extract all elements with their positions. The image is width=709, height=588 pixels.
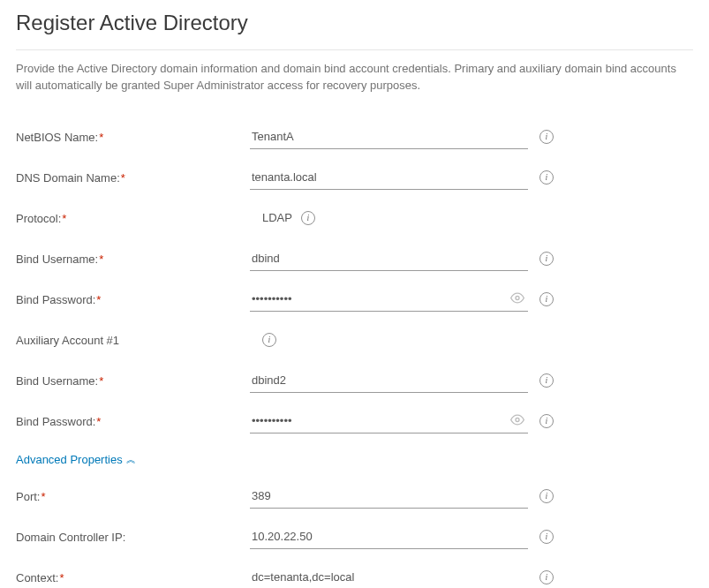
required-asterisk: * <box>121 171 125 185</box>
info-wrap: i <box>528 530 554 544</box>
domain-controller-ip-input[interactable] <box>250 524 528 549</box>
input-wrap <box>250 524 528 549</box>
info-icon[interactable]: i <box>539 292 554 306</box>
port-input[interactable] <box>250 484 528 509</box>
eye-icon[interactable] <box>510 412 524 429</box>
required-asterisk: * <box>99 374 103 388</box>
label-dns-domain-name-text: DNS Domain Name: <box>16 171 120 185</box>
bind-password-2-input[interactable] <box>250 409 528 433</box>
required-asterisk: * <box>99 131 103 144</box>
label-auxiliary-account-1-text: Auxiliary Account #1 <box>16 334 119 347</box>
label-protocol: Protocol:* <box>16 210 250 225</box>
info-icon[interactable]: i <box>262 333 276 347</box>
bind-username-input[interactable] <box>250 246 528 271</box>
label-bind-username-2-text: Bind Username: <box>16 374 98 388</box>
label-dns-domain-name: DNS Domain Name:* <box>16 170 250 185</box>
info-wrap: i <box>528 292 554 306</box>
info-wrap: i <box>528 252 554 266</box>
label-netbios-name: NetBIOS Name:* <box>16 129 250 144</box>
label-auxiliary-account-1: Auxiliary Account #1 <box>16 332 250 347</box>
required-asterisk: * <box>96 293 101 306</box>
caret-up-icon: ︽ <box>126 455 136 464</box>
info-wrap: i <box>528 489 554 503</box>
netbios-name-input[interactable] <box>250 124 528 149</box>
svg-point-0 <box>516 296 519 299</box>
svg-point-1 <box>516 418 519 421</box>
input-wrap <box>250 368 528 393</box>
row-context: Context:* i <box>16 560 693 588</box>
row-bind-password-2: Bind Password:* i <box>16 403 693 439</box>
label-port: Port:* <box>16 488 250 503</box>
value-wrap: i <box>250 333 528 347</box>
row-auxiliary-account-1: Auxiliary Account #1 i <box>16 322 693 358</box>
label-bind-username-2: Bind Username:* <box>16 373 250 388</box>
required-asterisk: * <box>41 490 45 503</box>
info-icon[interactable]: i <box>539 373 554 388</box>
label-bind-username: Bind Username:* <box>16 251 250 266</box>
label-bind-password-2-text: Bind Password: <box>16 415 95 428</box>
label-bind-password-text: Bind Password: <box>16 293 95 306</box>
input-wrap <box>250 246 528 271</box>
row-bind-username-2: Bind Username:* i <box>16 363 693 398</box>
label-context: Context:* <box>16 569 250 584</box>
eye-icon[interactable] <box>510 290 524 307</box>
row-bind-password: Bind Password:* i <box>16 282 693 317</box>
input-wrap <box>250 409 528 433</box>
info-icon[interactable]: i <box>539 570 554 584</box>
label-domain-controller-ip: Domain Controller IP: <box>16 529 250 544</box>
info-icon[interactable]: i <box>539 489 554 503</box>
label-port-text: Port: <box>16 490 40 503</box>
info-wrap: i <box>528 570 554 584</box>
label-bind-username-text: Bind Username: <box>16 253 98 266</box>
value-wrap: LDAP i <box>250 206 528 230</box>
label-bind-password-2: Bind Password:* <box>16 413 250 428</box>
required-asterisk: * <box>96 415 101 428</box>
input-wrap <box>250 484 528 509</box>
info-icon[interactable]: i <box>539 414 554 428</box>
advanced-properties-toggle[interactable]: Advanced Properties ︽ <box>16 453 136 466</box>
info-icon[interactable]: i <box>301 211 315 225</box>
protocol-value-text: LDAP <box>262 211 292 224</box>
row-dns-domain-name: DNS Domain Name:* i <box>16 160 693 195</box>
title-divider <box>16 49 693 50</box>
bind-password-input[interactable] <box>250 287 528 312</box>
required-asterisk: * <box>62 212 66 225</box>
label-netbios-name-text: NetBIOS Name: <box>16 131 98 144</box>
info-icon[interactable]: i <box>539 130 554 144</box>
page-title: Register Active Directory <box>16 11 693 35</box>
label-protocol-text: Protocol: <box>16 212 61 225</box>
page-description: Provide the Active Directory domain info… <box>16 61 693 94</box>
bind-username-2-input[interactable] <box>250 368 528 393</box>
label-domain-controller-ip-text: Domain Controller IP: <box>16 531 125 544</box>
dns-domain-name-input[interactable] <box>250 165 528 190</box>
required-asterisk: * <box>59 571 64 584</box>
row-protocol: Protocol:* LDAP i <box>16 200 693 236</box>
info-icon[interactable]: i <box>539 170 554 185</box>
row-port: Port:* i <box>16 479 693 514</box>
info-icon[interactable]: i <box>539 252 554 266</box>
info-wrap: i <box>528 130 554 144</box>
advanced-properties-label: Advanced Properties <box>16 453 123 466</box>
context-input[interactable] <box>250 565 528 588</box>
protocol-value: LDAP i <box>250 206 317 230</box>
input-wrap <box>250 124 528 149</box>
row-domain-controller-ip: Domain Controller IP: i <box>16 519 693 554</box>
info-wrap: i <box>528 414 554 428</box>
label-context-text: Context: <box>16 571 58 584</box>
input-wrap <box>250 565 528 588</box>
input-wrap <box>250 165 528 190</box>
info-wrap: i <box>528 373 554 388</box>
info-wrap: i <box>528 170 554 185</box>
info-icon[interactable]: i <box>539 530 554 544</box>
row-netbios-name: NetBIOS Name:* i <box>16 119 693 155</box>
input-wrap <box>250 287 528 312</box>
label-bind-password: Bind Password:* <box>16 291 250 306</box>
row-bind-username: Bind Username:* i <box>16 241 693 276</box>
required-asterisk: * <box>99 253 103 266</box>
